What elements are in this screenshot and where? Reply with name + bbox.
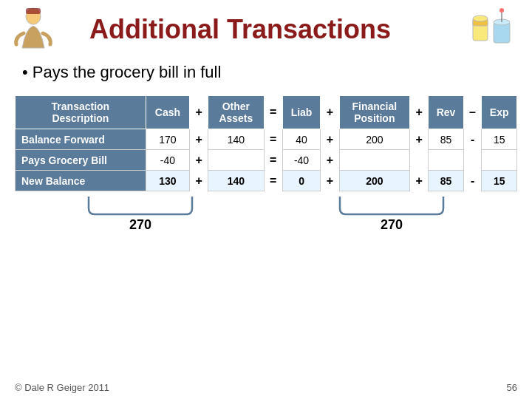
svg-point-4 bbox=[473, 16, 488, 21]
right-bracket-svg bbox=[332, 195, 451, 216]
row-eq: = bbox=[264, 171, 282, 191]
copyright: © Dale R Geiger 2011 bbox=[15, 382, 109, 393]
col-header-rev: Rev bbox=[429, 96, 464, 129]
col-header-other-assets: OtherAssets bbox=[208, 96, 264, 129]
col-header-exp: Exp bbox=[482, 96, 517, 129]
row-cash: 130 bbox=[146, 171, 189, 191]
accounting-table: TransactionDescription Cash + OtherAsset… bbox=[0, 95, 532, 191]
row-eq: = bbox=[264, 129, 282, 150]
subtitle: • Pays the grocery bill in full bbox=[0, 55, 532, 95]
table-row: Balance Forward170+140=40+200+85-15 bbox=[16, 129, 517, 150]
row-rev: 85 bbox=[429, 171, 464, 191]
row-liab: -40 bbox=[282, 150, 321, 171]
row-cash: 170 bbox=[146, 129, 189, 150]
row-exp bbox=[482, 150, 517, 171]
row-other-assets: 140 bbox=[208, 171, 264, 191]
row-op2: + bbox=[321, 171, 339, 191]
row-rev bbox=[429, 150, 464, 171]
summation-area: 270 270 bbox=[0, 191, 532, 233]
left-bracket-group: 270 bbox=[81, 195, 200, 233]
row-op3: + bbox=[410, 171, 429, 191]
row-op1: + bbox=[190, 129, 208, 150]
row-op3: + bbox=[410, 129, 429, 150]
drinks-icon bbox=[466, 7, 517, 52]
col-header-fin-pos: FinancialPosition bbox=[339, 96, 410, 129]
col-header-eq1: = bbox=[264, 96, 282, 129]
row-exp: 15 bbox=[482, 171, 517, 191]
row-op1: + bbox=[190, 150, 208, 171]
row-fin-pos: 200 bbox=[339, 171, 410, 191]
row-fin-pos bbox=[339, 150, 410, 171]
row-liab: 0 bbox=[282, 171, 321, 191]
page-container: Additional Transactions • Pays the groce… bbox=[0, 0, 532, 233]
right-bracket-group: 270 bbox=[332, 195, 451, 233]
table-row: New Balance130+140=0+200+85-15 bbox=[16, 171, 517, 191]
row-op4: - bbox=[463, 129, 482, 150]
col-header-desc: TransactionDescription bbox=[16, 96, 146, 129]
svg-point-8 bbox=[499, 8, 504, 13]
header: Additional Transactions bbox=[0, 0, 532, 55]
row-op2: + bbox=[321, 150, 339, 171]
col-header-op4: – bbox=[463, 96, 482, 129]
row-desc: Balance Forward bbox=[16, 129, 146, 150]
page-number: 56 bbox=[507, 382, 517, 393]
right-bracket-value: 270 bbox=[381, 217, 403, 233]
table-row: Pays Grocery Bill-40+=-40+ bbox=[16, 150, 517, 171]
header-icon-left bbox=[7, 7, 59, 52]
page-title: Additional Transactions bbox=[66, 14, 414, 45]
left-bracket-svg bbox=[81, 195, 200, 216]
row-other-assets: 140 bbox=[208, 129, 264, 150]
row-op3 bbox=[410, 150, 429, 171]
row-cash: -40 bbox=[146, 150, 189, 171]
footer: © Dale R Geiger 2011 56 bbox=[0, 382, 532, 393]
row-exp: 15 bbox=[482, 129, 517, 150]
row-op4: - bbox=[463, 171, 482, 191]
col-header-op1: + bbox=[190, 96, 208, 129]
row-rev: 85 bbox=[429, 129, 464, 150]
row-op4 bbox=[463, 150, 482, 171]
row-desc: Pays Grocery Bill bbox=[16, 150, 146, 171]
col-header-op2: + bbox=[321, 96, 339, 129]
row-op2: + bbox=[321, 129, 339, 150]
row-other-assets bbox=[208, 150, 264, 171]
row-liab: 40 bbox=[282, 129, 321, 150]
row-desc: New Balance bbox=[16, 171, 146, 191]
col-header-liab: Liab bbox=[282, 96, 321, 129]
row-op1: + bbox=[190, 171, 208, 191]
col-header-cash: Cash bbox=[146, 96, 189, 129]
svg-rect-1 bbox=[26, 8, 41, 14]
left-bracket-value: 270 bbox=[129, 217, 151, 233]
col-header-op3: + bbox=[410, 96, 429, 129]
header-icon-right bbox=[466, 7, 517, 52]
row-fin-pos: 200 bbox=[339, 129, 410, 150]
student-icon bbox=[7, 7, 59, 52]
row-eq: = bbox=[264, 150, 282, 171]
